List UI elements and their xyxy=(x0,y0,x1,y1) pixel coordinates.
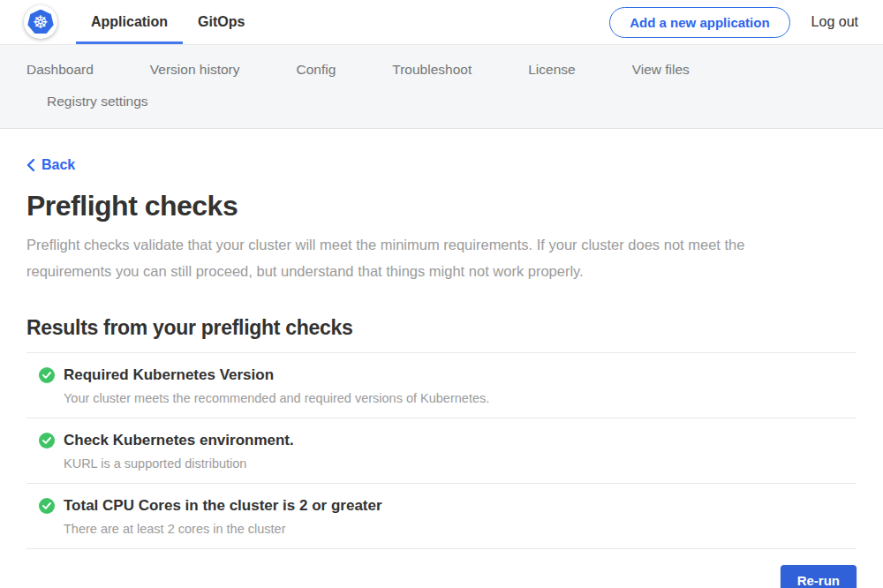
check-title: Total CPU Cores in the cluster is 2 or g… xyxy=(64,497,382,515)
back-label: Back xyxy=(42,157,75,173)
check-message: KURL is a supported distribution xyxy=(64,456,857,471)
tab-gitops[interactable]: GitOps xyxy=(183,0,260,44)
check-pass-icon xyxy=(39,498,55,514)
subnav-item-version-history[interactable]: Version history xyxy=(150,62,240,78)
actions-bar: Re-run xyxy=(26,565,857,588)
results-heading: Results from your preflight checks xyxy=(26,316,857,340)
preflight-results-list: Required Kubernetes Version Your cluster… xyxy=(26,352,857,549)
subnav-item-registry-settings[interactable]: Registry settings xyxy=(47,94,148,109)
logout-link[interactable]: Log out xyxy=(811,14,858,30)
check-message: Your cluster meets the recommended and r… xyxy=(64,391,857,405)
add-new-application-button[interactable]: Add a new application xyxy=(609,7,789,38)
results-list-divider xyxy=(26,548,857,549)
subnav-item-config[interactable]: Config xyxy=(297,62,336,78)
subnav-item-troubleshoot[interactable]: Troubleshoot xyxy=(392,62,472,78)
subnav-item-dashboard[interactable]: Dashboard xyxy=(26,62,94,78)
kubernetes-helm-wheel-icon: ☸ xyxy=(33,13,49,31)
subnav-row-2: Registry settings xyxy=(0,89,883,114)
check-pass-icon xyxy=(39,367,55,383)
chevron-left-icon xyxy=(26,159,34,171)
subnav-row-1: Dashboard Version history Config Trouble… xyxy=(0,57,883,82)
check-message: There are at least 2 cores in the cluste… xyxy=(64,522,857,536)
page-description: Preflight checks validate that your clus… xyxy=(26,231,830,284)
page-title: Preflight checks xyxy=(26,190,857,222)
preflight-check-row: Check Kubernetes environment. KURL is a … xyxy=(26,418,857,483)
preflight-check-row: Required Kubernetes Version Your cluster… xyxy=(26,352,857,418)
tab-application[interactable]: Application xyxy=(76,0,183,44)
preflight-check-row: Total CPU Cores in the cluster is 2 or g… xyxy=(26,483,857,548)
main-content: Back Preflight checks Preflight checks v… xyxy=(0,129,883,588)
subnav-item-license[interactable]: License xyxy=(528,62,575,78)
check-title: Check Kubernetes environment. xyxy=(64,432,294,449)
check-pass-icon xyxy=(39,433,55,449)
app-subnav: Dashboard Version history Config Trouble… xyxy=(0,45,883,129)
back-link[interactable]: Back xyxy=(26,157,75,173)
header-spacer xyxy=(260,0,609,44)
subnav-item-view-files[interactable]: View files xyxy=(632,62,690,78)
rerun-button[interactable]: Re-run xyxy=(781,565,857,588)
top-header: ☸ Application GitOps Add a new applicati… xyxy=(0,0,883,45)
check-title: Required Kubernetes Version xyxy=(64,366,274,384)
kubernetes-logo: ☸ xyxy=(24,0,57,44)
